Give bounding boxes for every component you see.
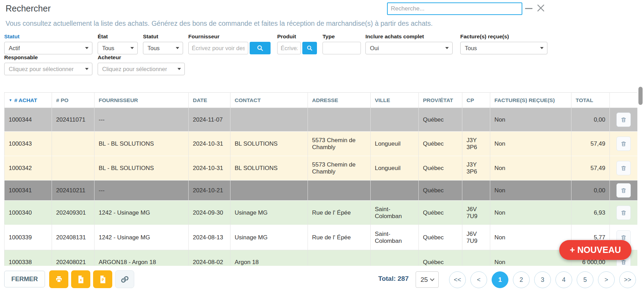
pagination-next[interactable]: > xyxy=(598,271,615,288)
cell-facture: Non xyxy=(490,108,571,132)
column-header-achat[interactable]: ▼# ACHAT xyxy=(5,93,52,108)
column-header-contact[interactable]: CONTACT xyxy=(230,93,308,108)
cell-total: 57,49 xyxy=(571,156,610,180)
copy-link-button[interactable] xyxy=(115,270,134,288)
factures-recues-select[interactable]: Tous xyxy=(460,42,547,54)
cell-prov: Québec xyxy=(419,225,462,250)
chevron-down-icon xyxy=(85,47,89,49)
table-row[interactable]: 1000341202410211---2024-10-21QuébecNon0,… xyxy=(5,180,638,201)
select-value: Cliquez pour sélectionner xyxy=(9,66,74,72)
column-header-facture[interactable]: FACTURE(S) REÇUE(S) xyxy=(490,93,571,108)
pagination-3[interactable]: 3 xyxy=(534,271,551,288)
fournisseur-search-button[interactable] xyxy=(250,42,271,54)
cell-achat: 1000338 xyxy=(5,250,52,266)
cell-contact: Usinage MG xyxy=(230,225,308,250)
filter-etat: État Tous xyxy=(98,33,138,54)
acheteur-select[interactable]: Cliquez pour sélectionner xyxy=(98,63,185,75)
delete-button[interactable] xyxy=(616,206,631,220)
filter-fournisseur: Fournisseur xyxy=(188,33,271,54)
table-row[interactable]: 10003392024081311242 - Usinage MG2024-08… xyxy=(5,225,638,250)
statut-achat-select[interactable]: Actif xyxy=(4,42,92,54)
column-header-ville[interactable]: VILLE xyxy=(371,93,419,108)
type-input[interactable] xyxy=(323,42,361,54)
cell-total: 6,93 xyxy=(571,201,610,225)
cell-date: 2024-08-02 xyxy=(189,250,230,266)
cell-fournisseur: 1242 - Usinage MG xyxy=(94,225,189,250)
etat-select[interactable]: Tous xyxy=(98,42,138,54)
chevron-down-icon xyxy=(130,47,134,49)
cell-ville: Saint-Colomban xyxy=(371,201,419,225)
nouveau-button[interactable]: + NOUVEAU xyxy=(559,240,631,260)
cell-ville: Longueuil xyxy=(371,156,419,180)
table-row[interactable]: 1000338202408021ARGON18 - Argon 182024-0… xyxy=(5,250,638,266)
table-row[interactable]: 1000344202411071---2024-11-07QuébecNon0,… xyxy=(5,108,638,132)
cell-adresse xyxy=(308,180,371,201)
pagination-prev[interactable]: < xyxy=(470,271,487,288)
excel-file-icon: x xyxy=(77,275,85,284)
minimize-icon[interactable] xyxy=(525,8,532,9)
filter-label-statut: Statut xyxy=(4,33,92,40)
cell-contact: BL SOLUTIONS xyxy=(230,132,308,156)
pagination-2[interactable]: 2 xyxy=(513,271,530,288)
column-header-fournisseur[interactable]: FOURNISSEUR xyxy=(94,93,189,108)
table-row[interactable]: 1000342BL - BL SOLUTIONS2024-10-31BL SOL… xyxy=(5,156,638,180)
cell-achat: 1000342 xyxy=(5,156,52,180)
cell-adresse: Rue de l' Épée xyxy=(308,225,371,250)
export-pdf-button[interactable]: P xyxy=(93,270,112,288)
column-header-po[interactable]: # PO xyxy=(52,93,94,108)
filter-label-etat: État xyxy=(98,33,138,40)
filter-label-factures: Facture(s) reçue(s) xyxy=(460,33,547,40)
cell-facture: Non xyxy=(490,156,571,180)
sort-desc-icon: ▼ xyxy=(9,98,12,102)
pagination-5[interactable]: 5 xyxy=(577,271,593,288)
column-header-adresse[interactable]: ADRESSE xyxy=(308,93,371,108)
table-row[interactable]: 10003402024093011242 - Usinage MG2024-09… xyxy=(5,201,638,225)
close-icon[interactable] xyxy=(537,4,545,12)
pagination-1[interactable]: 1 xyxy=(492,271,508,288)
search-icon xyxy=(257,45,264,52)
delete-button[interactable] xyxy=(616,137,631,151)
cell-date: 2024-09-30 xyxy=(189,201,230,225)
produit-input[interactable] xyxy=(277,42,301,54)
pagination-first[interactable]: << xyxy=(449,271,466,288)
select-value: Tous xyxy=(147,45,160,52)
produit-search-button[interactable] xyxy=(302,42,317,54)
cell-actions xyxy=(610,132,638,156)
table-row[interactable]: 1000343BL - BL SOLUTIONS2024-10-31BL SOL… xyxy=(5,132,638,156)
filter-produit: Produit xyxy=(277,33,318,54)
cell-facture: Non xyxy=(490,132,571,156)
column-header-date[interactable]: DATE xyxy=(189,93,230,108)
statut-select[interactable]: Tous xyxy=(143,42,183,54)
cell-cp xyxy=(462,108,490,132)
pagination-last[interactable]: >> xyxy=(619,271,636,288)
page-size-select[interactable]: 25 xyxy=(416,271,439,288)
chevron-down-icon xyxy=(85,68,89,70)
export-excel-button[interactable]: x xyxy=(71,270,90,288)
responsable-select[interactable]: Cliquez pour sélectionner xyxy=(4,63,92,75)
column-header-total[interactable]: TOTAL xyxy=(571,93,610,108)
inclure-achats-select[interactable]: Oui xyxy=(365,42,453,54)
pagination-4[interactable]: 4 xyxy=(555,271,572,288)
link-icon xyxy=(121,276,129,283)
vertical-scrollbar[interactable] xyxy=(638,87,643,105)
fermer-button[interactable]: FERMER xyxy=(4,271,45,287)
cell-ville xyxy=(371,180,419,201)
column-header-cp[interactable]: CP xyxy=(462,93,490,108)
delete-button[interactable] xyxy=(616,161,631,175)
column-header-prov[interactable]: PROV/ÉTAT xyxy=(419,93,462,108)
cell-actions xyxy=(610,201,638,225)
trash-icon xyxy=(621,234,627,241)
delete-button[interactable] xyxy=(616,113,631,127)
print-button[interactable] xyxy=(49,270,68,288)
cell-date: 2024-10-31 xyxy=(189,132,230,156)
search-input[interactable] xyxy=(387,2,522,15)
cell-ville xyxy=(371,108,419,132)
filter-factures-recues: Facture(s) reçue(s) Tous xyxy=(460,33,547,54)
cell-fournisseur: 1242 - Usinage MG xyxy=(94,201,189,225)
delete-button[interactable] xyxy=(616,183,631,198)
cell-cp xyxy=(462,180,490,201)
cell-actions xyxy=(610,108,638,132)
fournisseur-input[interactable] xyxy=(188,42,248,54)
table-body: 1000344202411071---2024-11-07QuébecNon0,… xyxy=(5,108,638,266)
filter-type: Type xyxy=(323,33,361,54)
